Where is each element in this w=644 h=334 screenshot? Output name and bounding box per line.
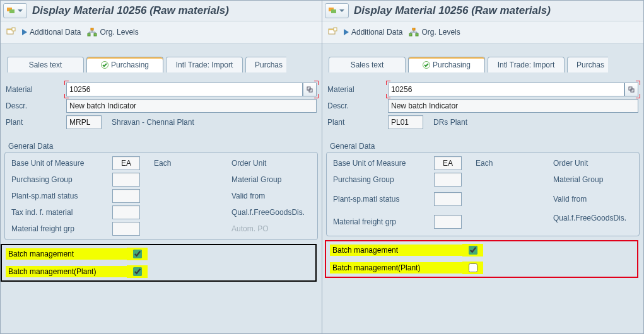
descr-label: Descr. xyxy=(6,101,62,110)
batch-mgmt-checkbox[interactable] xyxy=(469,246,477,255)
material-input[interactable] xyxy=(388,83,624,96)
toolbar: Additional Data Org. Levels xyxy=(322,21,643,43)
bum-text: Each xyxy=(140,159,209,168)
batch-mgmt-plant-checkbox[interactable] xyxy=(133,267,142,276)
svg-rect-17 xyxy=(409,33,412,36)
search-help-icon xyxy=(307,86,313,93)
valid-from-label: Valid from xyxy=(231,192,312,200)
bum-text: Each xyxy=(462,159,531,168)
svg-rect-15 xyxy=(334,28,337,31)
batch-highlight-box: Batch management Batch management(Plant) xyxy=(325,240,638,278)
new-session-icon xyxy=(6,27,16,37)
svg-rect-6 xyxy=(88,33,90,36)
order-unit-label: Order Unit xyxy=(231,159,312,168)
tab-sales-text[interactable]: Sales text xyxy=(7,57,84,72)
batch-mgmt-plant-label: Batch management(Plant) xyxy=(6,266,127,277)
svg-rect-5 xyxy=(91,28,93,30)
plantsp-input xyxy=(434,192,462,206)
tab-purchasing[interactable]: Purchasing xyxy=(86,57,163,72)
purch-group-label: Purchasing Group xyxy=(10,175,112,184)
new-window-button[interactable] xyxy=(327,27,337,37)
plant-input xyxy=(66,115,102,129)
svg-rect-16 xyxy=(413,28,415,30)
batch-mgmt-label: Batch management xyxy=(6,248,127,260)
plantsp-label: Plant-sp.matl status xyxy=(10,192,112,200)
additional-data-button[interactable]: Additional Data xyxy=(22,28,81,37)
purch-group-input xyxy=(112,173,140,187)
material-input[interactable] xyxy=(66,83,303,96)
module-icon xyxy=(328,6,338,16)
tab-intl-trade[interactable]: Intl Trade: Import xyxy=(488,57,565,72)
page-title: Display Material 10256 (Raw materials) xyxy=(28,4,319,17)
qual-label: Qual.f.FreeGoodsDis. xyxy=(553,214,634,222)
page-title: Display Material 10256 (Raw materials) xyxy=(350,4,641,17)
material-label: Material xyxy=(6,85,62,94)
purch-group-label: Purchasing Group xyxy=(332,175,434,184)
toolbar: Additional Data Org. Levels xyxy=(1,21,322,43)
general-data-group: General Data Base Unit of Measure Each O… xyxy=(326,141,640,236)
right-panel: Display Material 10256 (Raw materials) A… xyxy=(322,1,643,333)
material-group-label: Material Group xyxy=(231,175,312,184)
plantsp-label: Plant-sp.matl status xyxy=(332,195,434,204)
chevron-down-icon xyxy=(18,8,23,13)
plantsp-input xyxy=(112,189,140,203)
tab-purchase-order-text[interactable]: Purchas xyxy=(245,57,286,72)
org-levels-label: Org. Levels xyxy=(100,28,138,37)
order-unit-label: Order Unit xyxy=(553,159,634,168)
tab-purchase-order-text[interactable]: Purchas xyxy=(567,57,608,72)
menu-button[interactable] xyxy=(3,3,27,18)
matfr-input xyxy=(112,222,140,236)
general-data-title: General Data xyxy=(326,141,640,152)
app-root: Display Material 10256 (Raw materials) A… xyxy=(0,0,644,334)
system-bar: Display Material 10256 (Raw materials) xyxy=(322,1,643,21)
tab-sales-text[interactable]: Sales text xyxy=(329,57,406,72)
batch-highlight-box: Batch management Batch management(Plant) xyxy=(1,244,317,282)
material-f4-button[interactable] xyxy=(303,83,317,96)
tab-purchasing[interactable]: Purchasing xyxy=(408,57,485,72)
general-data-title: General Data xyxy=(4,141,318,152)
module-icon xyxy=(6,6,16,16)
new-window-button[interactable] xyxy=(6,27,16,37)
material-group-label: Material Group xyxy=(553,175,634,184)
bum-input xyxy=(112,156,140,170)
arrow-right-icon xyxy=(344,29,349,35)
check-icon xyxy=(101,61,108,69)
general-data-group: General Data Base Unit of Measure Each O… xyxy=(4,141,318,240)
purch-group-input xyxy=(434,173,462,187)
valid-from-label: Valid from xyxy=(553,195,634,204)
plant-name: DRs Plant xyxy=(427,118,467,127)
batch-mgmt-checkbox[interactable] xyxy=(133,250,142,258)
additional-data-label: Additional Data xyxy=(30,28,81,37)
org-levels-button[interactable]: Org. Levels xyxy=(87,28,138,37)
tab-purchasing-label: Purchasing xyxy=(433,60,471,69)
batch-mgmt-plant-label: Batch management(Plant) xyxy=(330,262,462,274)
bum-input xyxy=(434,156,462,170)
descr-input xyxy=(66,99,317,113)
tab-purchasing-label: Purchasing xyxy=(111,60,149,69)
bum-label: Base Unit of Measure xyxy=(10,159,112,168)
org-levels-label: Org. Levels xyxy=(421,28,460,37)
additional-data-button[interactable]: Additional Data xyxy=(344,28,402,37)
additional-data-label: Additional Data xyxy=(351,28,402,37)
tabstrip: Sales text Purchasing Intl Trade: Import… xyxy=(1,43,322,72)
plant-name: Shravan - Chennai Plant xyxy=(105,118,194,127)
tabstrip: Sales text Purchasing Intl Trade: Import… xyxy=(322,43,643,72)
menu-button[interactable] xyxy=(325,3,349,18)
hierarchy-icon xyxy=(409,28,419,37)
arrow-right-icon xyxy=(22,29,27,35)
material-f4-button[interactable] xyxy=(624,83,638,96)
taxind-label: Tax ind. f. material xyxy=(10,208,112,217)
matfr-input xyxy=(434,215,462,229)
svg-rect-12 xyxy=(331,9,336,13)
material-label: Material xyxy=(327,85,384,94)
svg-rect-18 xyxy=(416,33,418,36)
header-fields: Material Descr. Plant DRs Plant xyxy=(322,72,643,137)
tab-intl-trade[interactable]: Intl Trade: Import xyxy=(166,57,243,72)
plant-label: Plant xyxy=(327,118,384,127)
hierarchy-icon xyxy=(87,28,97,37)
new-session-icon xyxy=(327,27,337,37)
batch-mgmt-plant-checkbox[interactable] xyxy=(469,263,477,272)
chevron-down-icon xyxy=(339,8,344,13)
org-levels-button[interactable]: Org. Levels xyxy=(409,28,460,37)
qual-label: Qual.f.FreeGoodsDis. xyxy=(231,208,312,217)
